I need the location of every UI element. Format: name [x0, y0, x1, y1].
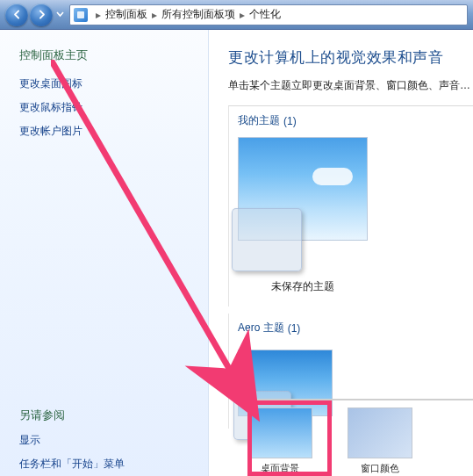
sidebar-link-mouse-pointer[interactable]: 更改鼠标指针 — [0, 96, 208, 119]
sidebar-link-desktop-icons[interactable]: 更改桌面图标 — [0, 72, 208, 96]
cloud-icon — [312, 168, 353, 185]
settings-strip: 桌面背景 窗口颜色 — [247, 399, 473, 476]
window-preview-icon — [232, 208, 302, 271]
chevron-right-icon: ▸ — [237, 9, 247, 21]
sidebar: 控制面板主页 更改桌面图标 更改鼠标指针 更改帐户图片 另请参阅 显示 任务栏和… — [0, 30, 209, 476]
sidebar-link-account-picture[interactable]: 更改帐户图片 — [0, 119, 208, 143]
nav-history-dropdown[interactable] — [54, 5, 66, 25]
page-heading: 更改计算机上的视觉效果和声音 — [228, 47, 473, 68]
group-count: (1) — [288, 322, 301, 335]
group-count: (1) — [283, 115, 297, 127]
group-label: Aero 主题 — [238, 321, 284, 335]
group-label: 我的主题 — [238, 113, 280, 128]
breadcrumb-item[interactable]: 控制面板 — [104, 7, 149, 22]
svg-rect-0 — [77, 11, 84, 18]
group-heading: 我的主题 (1) — [238, 106, 473, 137]
arrow-right-icon — [36, 9, 47, 20]
setting-window-color[interactable]: 窗口颜色 — [348, 407, 412, 474]
breadcrumb[interactable]: ▸ 控制面板 ▸ 所有控制面板项 ▸ 个性化 — [69, 4, 468, 25]
chevron-right-icon: ▸ — [149, 9, 160, 21]
setting-desktop-background[interactable]: 桌面背景 — [247, 407, 312, 474]
chevron-down-icon — [56, 11, 64, 18]
nav-back-button[interactable] — [5, 4, 28, 26]
sidebar-title: 控制面板主页 — [0, 44, 208, 72]
group-my-themes: 我的主题 (1) 未保存的主题 — [228, 105, 473, 307]
breadcrumb-item[interactable]: 个性化 — [247, 7, 283, 22]
setting-caption: 桌面背景 — [261, 462, 299, 474]
sidebar-link-display[interactable]: 显示 — [0, 429, 208, 452]
address-bar: ▸ 控制面板 ▸ 所有控制面板项 ▸ 个性化 — [0, 0, 473, 30]
sidebar-link-taskbar-start[interactable]: 任务栏和「开始」菜单 — [0, 452, 208, 476]
setting-thumb-icon — [247, 407, 312, 458]
nav-forward-button[interactable] — [30, 4, 53, 26]
arrow-left-icon — [11, 9, 23, 20]
theme-thumbnail[interactable] — [238, 137, 368, 241]
sidebar-see-also-title: 另请参阅 — [0, 407, 208, 429]
setting-caption: 窗口颜色 — [361, 462, 399, 474]
page-subtext: 单击某个主题立即更改桌面背景、窗口颜色、声音… — [228, 78, 473, 93]
control-panel-icon — [74, 8, 88, 22]
group-heading: Aero 主题 (1) — [238, 314, 473, 344]
chevron-right-icon: ▸ — [93, 9, 104, 21]
theme-item-unsaved[interactable]: 未保存的主题 — [238, 137, 368, 294]
setting-thumb-icon — [348, 407, 412, 458]
breadcrumb-item[interactable]: 所有控制面板项 — [160, 7, 237, 22]
theme-label: 未保存的主题 — [271, 279, 334, 294]
